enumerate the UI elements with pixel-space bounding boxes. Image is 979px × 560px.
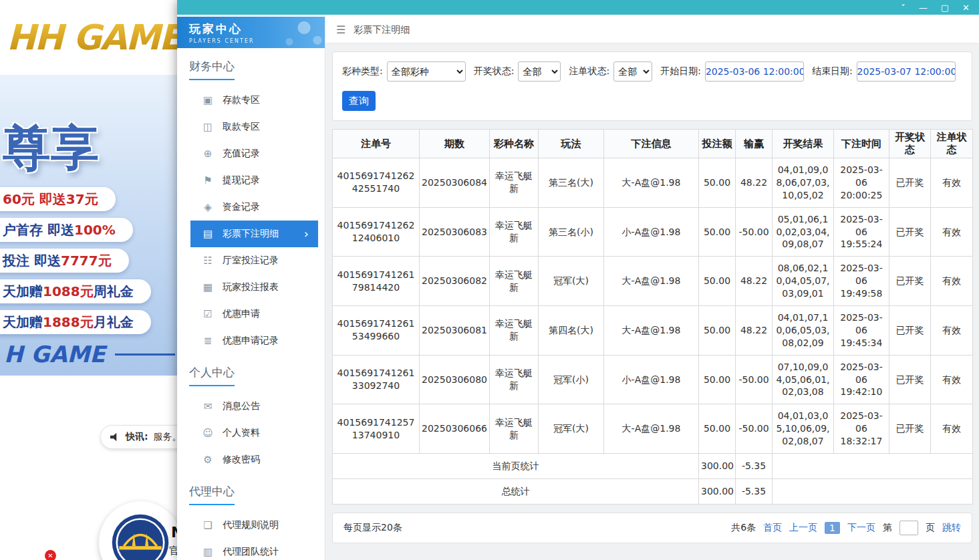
close-button[interactable]: ✕ [962, 3, 970, 12]
next-page-link[interactable]: 下一页 [847, 522, 875, 534]
sidebar-item-promo-apply-records[interactable]: ≣优惠申请记录 [190, 327, 318, 354]
chevron-right-icon: › [304, 228, 309, 240]
sidebar-item-agent-team-stats[interactable]: ▥代理团队统计 [190, 539, 318, 560]
draw-status-select[interactable]: 全部 [518, 61, 561, 82]
total-summary-row: 总统计300.00-5.35 [333, 479, 973, 505]
per-page-label: 每页显示20条 [343, 522, 402, 534]
sidebar-item-deposit[interactable]: ▣存款专区 [190, 87, 318, 114]
summary-label: 当前页统计 [333, 454, 699, 479]
column-header: 开奖状态 [889, 130, 931, 158]
cell-bet-info: 大-A盘@1.98 [604, 158, 699, 208]
sidebar-item-hall-bet-records[interactable]: ☷厅室投注记录 [190, 247, 318, 274]
cell-draw-status: 已开奖 [889, 158, 931, 208]
cell-period: 20250306083 [420, 207, 490, 257]
prev-page-link[interactable]: 上一页 [789, 522, 817, 534]
promo-pill-text: 天加赠 [3, 283, 43, 299]
page-jump-input[interactable] [899, 521, 918, 535]
cell-bet-status: 有效 [931, 207, 973, 257]
cell-draw-result: 04,01,07,10,06,05,03,08,02,09 [773, 306, 834, 356]
player-bet-report-icon: ▦ [202, 281, 213, 293]
sidebar-menu: 财务中心▣存款专区◫取款专区⊕充值记录⚑提现记录◈资金记录▤彩票下注明细›☷厅室… [177, 59, 325, 560]
funds-records-icon: ◈ [202, 201, 213, 213]
cell-bet-time: 2025-03-06 19:55:24 [834, 207, 889, 257]
sidebar-item-agent-rules[interactable]: ❏代理规则说明 [190, 512, 318, 539]
sidebar-item-lottery-bet-details[interactable]: ▤彩票下注明细› [190, 221, 318, 247]
sidebar-item-profile[interactable]: ☺个人资料 [190, 420, 318, 446]
sidebar-item-withdraw[interactable]: ◫取款专区 [190, 114, 318, 140]
lottery-type-select[interactable]: 全部彩种 [387, 61, 466, 82]
maximize-button[interactable]: ▢ [941, 3, 949, 12]
table-row: 40156917412613309274020250306080幸运飞艇新冠军(… [333, 355, 973, 404]
page-title: 彩票下注明细 [354, 24, 410, 36]
sidebar-item-label: 提现记录 [223, 174, 260, 186]
filter-row: 彩种类型: 全部彩种 开奖状态: 全部 注单状态: 全部 开始日期: [342, 61, 962, 82]
search-button[interactable]: 查询 [342, 91, 376, 111]
summary-empty [773, 479, 973, 505]
cell-lottery-name: 幸运飞艇新 [490, 404, 539, 454]
column-header: 彩种名称 [490, 130, 539, 158]
promo-pill: 60元 即送37元 [0, 187, 116, 211]
sidebar-item-messages[interactable]: ✉消息公告 [190, 393, 318, 420]
sidebar-item-label: 取款专区 [223, 121, 260, 133]
summary-empty [773, 454, 973, 479]
column-header: 玩法 [539, 130, 604, 158]
cell-draw-result: 04,01,09,08,06,07,03,10,05,02 [773, 158, 834, 208]
cell-bet-amount: 50.00 [699, 306, 736, 356]
first-page-link[interactable]: 首页 [763, 522, 782, 534]
cell-draw-result: 05,01,06,10,02,03,04,09,08,07 [773, 207, 834, 257]
column-header: 期数 [420, 130, 490, 158]
column-header: 下注信息 [604, 130, 699, 158]
main-header: ☰ 彩票下注明细 [325, 17, 979, 43]
cell-bet-time: 2025-03-06 19:45:34 [834, 306, 889, 356]
secondary-site-logo: H GAME [4, 341, 175, 368]
cell-period: 20250306084 [420, 158, 490, 208]
column-header: 注单状态 [931, 130, 973, 158]
sidebar-item-promo-apply[interactable]: ☑优惠申请 [190, 301, 318, 327]
cell-bet-status: 有效 [931, 404, 973, 454]
banner-close-button[interactable]: ✕ [45, 550, 56, 560]
jump-button[interactable]: 跳转 [942, 522, 961, 534]
sidebar-item-recharge-records[interactable]: ⊕充值记录 [190, 140, 318, 167]
cell-play-type: 冠军(小) [539, 355, 604, 404]
bets-table: 注单号期数彩种名称玩法下注信息投注额输赢开奖结果下注时间开奖状态注单状态 401… [332, 129, 973, 505]
pagination-controls: 共6条 首页 上一页 1 下一页 第 页 跳转 [731, 521, 961, 535]
cell-draw-result: 07,10,09,04,05,06,01,02,03,08 [773, 355, 834, 404]
table-row: 40156917412571374091020250306066幸运飞艇新冠军(… [333, 404, 973, 454]
cell-draw-status: 已开奖 [889, 404, 931, 454]
pagination-bar: 每页显示20条 共6条 首页 上一页 1 下一页 第 页 跳转 [332, 513, 972, 543]
agent-team-stats-icon: ▥ [202, 546, 213, 558]
column-header: 开奖结果 [773, 130, 834, 158]
end-date-input[interactable] [857, 61, 956, 82]
sidebar-item-withdrawal-records[interactable]: ⚑提现记录 [190, 167, 318, 194]
sidebar-item-player-bet-report[interactable]: ▦玩家投注报表 [190, 274, 318, 301]
sidebar-item-funds-records[interactable]: ◈资金记录 [190, 194, 318, 221]
cell-bet-time: 2025-03-06 18:32:17 [834, 404, 889, 454]
promo-pill-text: 1088元 [43, 283, 94, 299]
cell-bet-info: 小-A盘@1.98 [604, 355, 699, 404]
sidebar-item-change-password[interactable]: ⚙修改密码 [190, 446, 318, 473]
column-header: 下注时间 [834, 130, 889, 158]
jump-prefix-label: 第 [883, 522, 892, 534]
bet-status-select[interactable]: 全部 [613, 61, 652, 82]
cell-bet-number: 401569174126242551740 [333, 158, 420, 208]
table-row: 40156917412624255174020250306084幸运飞艇新第三名… [333, 158, 973, 208]
promo-pill-text: 月礼金 [94, 314, 134, 330]
summary-win-loss-total: -5.35 [736, 479, 773, 505]
summary-bet-total: 300.00 [699, 454, 736, 479]
summary-bet-total: 300.00 [699, 479, 736, 505]
cell-period: 20250306080 [420, 355, 490, 404]
cell-period: 20250306081 [420, 306, 490, 356]
start-date-input[interactable] [705, 61, 804, 82]
sidebar-item-label: 修改密码 [223, 454, 260, 466]
profile-icon: ☺ [202, 427, 213, 439]
cell-bet-info: 大-A盘@1.98 [604, 306, 699, 356]
sidebar-section-title: 代理中心 [189, 484, 325, 505]
cell-bet-number: 401569174126153499660 [333, 306, 420, 356]
menu-toggle-icon[interactable]: ☰ [336, 23, 345, 36]
warriors-logo-icon [111, 513, 170, 560]
main-area: ☰ 彩票下注明细 彩种类型: 全部彩种 开奖状态: 全部 注单状态: [325, 17, 979, 560]
window-menu-icon[interactable]: ˅ [901, 3, 905, 12]
minimize-button[interactable]: — [919, 3, 928, 12]
cell-bet-info: 大-A盘@1.98 [604, 257, 699, 306]
current-page[interactable]: 1 [825, 522, 840, 534]
